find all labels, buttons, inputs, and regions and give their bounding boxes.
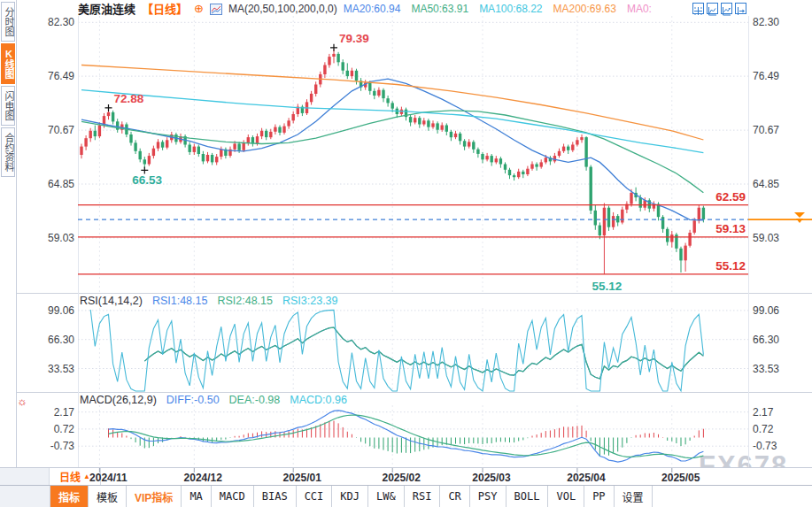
symbol-title: 美原油连续 [78, 0, 135, 17]
macd-params-label: MACD(26,12,9) [80, 394, 157, 406]
macd-readout-2: MACD:0.96 [290, 394, 347, 406]
ma-readout-0: MA20:60.94 [344, 3, 401, 15]
svg-text:79.39: 79.39 [339, 32, 369, 45]
chart-header: 美原油连续【日线】 ⊕ MA(20,50,100,200,0,0) MA20:6… [78, 0, 652, 17]
chart-application-window: 日线 ▲ 指标模板VIP指标MAMACDBIASCCIKDJLW&RSICRPS… [0, 0, 812, 507]
svg-text:70.67: 70.67 [753, 124, 779, 136]
toolbar-button-设置[interactable]: 设置 [615, 486, 653, 507]
svg-text:70.67: 70.67 [48, 124, 74, 136]
svg-text:66.53: 66.53 [132, 173, 162, 187]
macd-readout-1: DEA:-0.98 [229, 394, 281, 406]
zoom-x-compress-icon[interactable] [707, 3, 718, 14]
macd-readout-0: DIFF:-0.50 [166, 394, 220, 406]
ma-readout-3: MA200:69.63 [553, 3, 616, 15]
move-crosshair-icon[interactable] [692, 3, 704, 14]
period-selector-label: 日线 [59, 469, 81, 484]
svg-text:0.72: 0.72 [54, 423, 75, 435]
zoom-x-expand-icon[interactable] [721, 3, 732, 14]
sidebar-tab-分时图[interactable]: 分时图 [1, 2, 15, 42]
svg-text:33.53: 33.53 [753, 363, 779, 375]
indicator-toolbar: 指标模板VIP指标MAMACDBIASCCIKDJLW&RSICRPSYBOLL… [0, 486, 812, 507]
svg-text:59.03: 59.03 [753, 232, 779, 244]
svg-text:72.88: 72.88 [114, 92, 144, 105]
svg-text:64.85: 64.85 [753, 178, 779, 190]
svg-text:99.06: 99.06 [753, 304, 779, 317]
chevron-up-icon: ▲ [83, 472, 90, 480]
toolbar-corner [0, 486, 50, 507]
svg-text:55.12: 55.12 [592, 280, 622, 293]
svg-text:-0.73: -0.73 [50, 440, 75, 452]
toolbar-button-RSI[interactable]: RSI [405, 486, 441, 507]
svg-text:62.59: 62.59 [715, 190, 746, 204]
svg-text:0.72: 0.72 [753, 423, 774, 435]
toolbar-button-LW&[interactable]: LW& [368, 486, 405, 507]
toolbar-button-KDJ[interactable]: KDJ [332, 486, 368, 507]
pan-right-icon[interactable] [735, 3, 746, 14]
ma-readout-1: MA50:63.91 [411, 3, 468, 15]
svg-text:64.85: 64.85 [48, 178, 74, 190]
toolbar-button-VOL[interactable]: VOL [548, 486, 584, 507]
toolbar-button-模板[interactable]: 模板 [89, 486, 127, 507]
svg-text:76.49: 76.49 [753, 70, 779, 82]
rsi-readout-1: RSI2:48.15 [217, 295, 273, 307]
toolbar-button-CR[interactable]: CR [440, 486, 469, 507]
window-control-icons [692, 3, 746, 14]
macd-readouts: DIFF:-0.50DEA:-0.98MACD:0.96 [166, 394, 347, 406]
ma-readout-2: MA100:68.22 [479, 3, 542, 15]
rsi-readout-0: RSI1:48.15 [152, 295, 208, 307]
alert-sun-icon[interactable]: ☼ [17, 395, 27, 408]
date-axis-strip: 日线 ▲ [0, 467, 812, 486]
ma-readout-4: MA0: [627, 3, 652, 15]
sidebar-tab-闪电图[interactable]: 闪电图 [1, 86, 15, 126]
rsi-readout-2: RSI3:23.39 [282, 295, 338, 307]
toolbar-button-BOLL[interactable]: BOLL [507, 486, 549, 507]
toolbar-button-CCI[interactable]: CCI [297, 486, 333, 507]
svg-text:76.49: 76.49 [48, 70, 74, 82]
kline-chart-icon [210, 3, 222, 14]
svg-text:55.12: 55.12 [715, 259, 746, 273]
add-indicator-icon[interactable]: ⊕ [194, 2, 204, 15]
svg-text:59.03: 59.03 [48, 232, 74, 244]
rsi-params-label: RSI(14,14,2) [80, 295, 143, 307]
toolbar-button-VIP指标[interactable]: VIP指标 [127, 486, 182, 507]
toolbar-button-PSY[interactable]: PSY [470, 486, 507, 507]
sidebar-tab-K线图[interactable]: K线图 [1, 43, 15, 84]
svg-text:2.17: 2.17 [54, 406, 75, 419]
toolbar-button-PP[interactable]: PP [584, 486, 614, 507]
ma-params-label: MA(20,50,100,200,0,0) [228, 3, 337, 15]
macd-panel-header: MACD(26,12,9) DIFF:-0.50DEA:-0.98MACD:0.… [80, 394, 347, 406]
svg-text:66.30: 66.30 [48, 334, 74, 346]
svg-text:66.30: 66.30 [753, 334, 779, 346]
ma-readouts: MA20:60.94MA50:63.91MA100:68.22MA200:69.… [344, 3, 652, 15]
date-strip-corner [0, 468, 50, 485]
svg-text:33.53: 33.53 [48, 363, 74, 375]
svg-text:82.30: 82.30 [48, 16, 74, 28]
rsi-readouts: RSI1:48.15RSI2:48.15RSI3:23.39 [152, 295, 338, 307]
period-tag: 【日线】 [142, 0, 188, 17]
toolbar-button-BIAS[interactable]: BIAS [254, 486, 297, 507]
chart-type-sidebar: 分时图K线图闪电图合约资料 [0, 0, 17, 467]
svg-text:2.17: 2.17 [753, 406, 774, 419]
toolbar-button-MACD[interactable]: MACD [212, 486, 254, 507]
rsi-panel-header: RSI(14,14,2) RSI1:48.15RSI2:48.15RSI3:23… [80, 295, 338, 307]
svg-text:82.30: 82.30 [753, 16, 779, 28]
toolbar-button-指标[interactable]: 指标 [50, 486, 89, 507]
svg-text:59.13: 59.13 [715, 222, 746, 235]
toolbar-button-MA[interactable]: MA [182, 486, 211, 507]
svg-text:99.06: 99.06 [48, 304, 74, 317]
period-selector[interactable]: 日线 ▲ [50, 468, 101, 485]
sidebar-tab-合约资料[interactable]: 合约资料 [1, 127, 15, 177]
chart-canvas[interactable]: 82.3082.3076.4976.4970.6770.6764.8564.85… [0, 0, 812, 507]
